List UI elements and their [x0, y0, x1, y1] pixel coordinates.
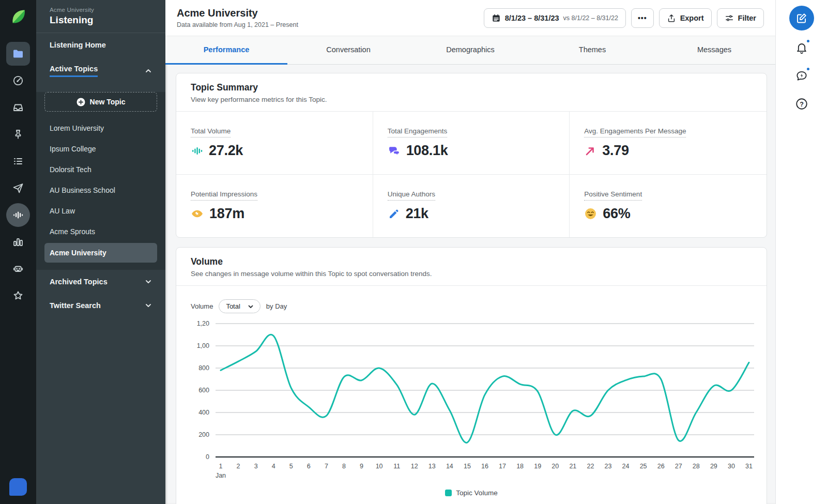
- svg-text:25: 25: [640, 463, 647, 470]
- topic-item[interactable]: AU Law: [36, 201, 165, 221]
- export-button[interactable]: Export: [659, 8, 712, 28]
- metric-label[interactable]: Potential Impressions: [191, 190, 257, 201]
- date-range-button[interactable]: 8/1/23 – 8/31/23 vs 8/1/22 – 8/31/22: [484, 8, 626, 28]
- svg-text:18: 18: [516, 463, 524, 470]
- bar-chart-icon[interactable]: [6, 230, 30, 254]
- feedback-bubble-icon: [795, 69, 808, 83]
- folder-icon[interactable]: [6, 42, 30, 66]
- svg-text:20: 20: [552, 463, 559, 470]
- topic-item[interactable]: Acme Sprouts: [36, 221, 165, 242]
- svg-text:27: 27: [675, 463, 682, 470]
- paper-plane-icon[interactable]: [6, 176, 30, 200]
- svg-text:1,20: 1,20: [197, 320, 209, 327]
- svg-text:10: 10: [376, 463, 383, 470]
- metric-value: 27.2k: [209, 143, 243, 159]
- volume-by-day-label: by Day: [266, 302, 287, 310]
- sidebar-item-archived-topics[interactable]: Archived Topics: [36, 270, 165, 294]
- svg-text:16: 16: [481, 463, 488, 470]
- twitter-search-label: Twitter Search: [50, 301, 101, 310]
- svg-text:22: 22: [587, 463, 594, 470]
- svg-text:600: 600: [198, 387, 209, 394]
- filter-label: Filter: [738, 14, 756, 22]
- svg-text:15: 15: [464, 463, 471, 470]
- pin-icon[interactable]: [6, 123, 30, 146]
- svg-text:29: 29: [710, 463, 717, 470]
- compose-pencil-icon: [795, 12, 808, 24]
- metric-label[interactable]: Unique Authors: [388, 190, 435, 201]
- svg-text:Jan: Jan: [216, 472, 226, 479]
- volume-card: Volume See changes in message volume wit…: [176, 247, 767, 504]
- eye-icon: [191, 207, 204, 220]
- calendar-icon: [492, 13, 501, 23]
- bell-icon: [795, 41, 808, 55]
- svg-text:14: 14: [446, 463, 453, 470]
- help-icon: ?: [795, 97, 808, 111]
- metric-label[interactable]: Total Engagements: [388, 127, 448, 138]
- listening-waveform-icon[interactable]: [6, 203, 30, 227]
- svg-text:800: 800: [198, 364, 209, 372]
- export-label: Export: [680, 14, 704, 22]
- tab-themes[interactable]: Themes: [531, 36, 653, 65]
- filter-button[interactable]: Filter: [717, 8, 764, 28]
- volume-control-label: Volume: [191, 302, 213, 310]
- more-options-button[interactable]: •••: [631, 8, 654, 28]
- svg-text:?: ?: [800, 101, 804, 108]
- notifications-bell[interactable]: [791, 38, 812, 58]
- svg-text:24: 24: [622, 463, 630, 470]
- metric-positive-sentiment: Positive Sentiment 66%: [570, 175, 767, 237]
- topic-item[interactable]: Lorem University: [36, 118, 165, 139]
- new-topic-label: New Topic: [90, 98, 126, 106]
- topic-item[interactable]: AU Business School: [36, 180, 165, 201]
- star-icon[interactable]: [6, 284, 30, 308]
- svg-text:30: 30: [728, 463, 735, 470]
- svg-text:8: 8: [342, 463, 346, 470]
- page-header: Acme University Data available from Aug …: [165, 0, 775, 36]
- tab-performance[interactable]: Performance: [165, 36, 287, 65]
- plus-circle-icon: [76, 98, 85, 106]
- feedback-bubble[interactable]: [791, 66, 812, 86]
- sidebar-item-listening-home[interactable]: Listening Home: [36, 33, 165, 57]
- metric-label[interactable]: Avg. Engagements Per Message: [584, 127, 686, 138]
- sidebar-item-twitter-search[interactable]: Twitter Search: [36, 294, 165, 317]
- volume-metric-select[interactable]: Total: [219, 299, 260, 313]
- svg-text:23: 23: [605, 463, 612, 470]
- new-topic-button[interactable]: New Topic: [44, 92, 157, 112]
- chevron-down-icon: [145, 302, 152, 309]
- sprout-leaf-logo[interactable]: [8, 7, 28, 27]
- svg-text:11: 11: [393, 463, 400, 470]
- notification-dot: [806, 67, 810, 71]
- svg-text:6: 6: [307, 463, 311, 470]
- filter-sliders-icon: [725, 13, 734, 23]
- topic-item[interactable]: Ipsum College: [36, 139, 165, 159]
- metric-label[interactable]: Positive Sentiment: [584, 190, 642, 201]
- topic-item-selected[interactable]: Acme University: [44, 243, 157, 263]
- metric-value: 21k: [406, 206, 428, 222]
- legend-swatch: [445, 490, 452, 496]
- tab-conversation[interactable]: Conversation: [287, 36, 409, 65]
- volume-title: Volume: [191, 256, 752, 267]
- svg-text:31: 31: [745, 463, 753, 470]
- select-chevron-icon: [248, 303, 254, 310]
- tab-messages[interactable]: Messages: [653, 36, 775, 65]
- svg-text:7: 7: [325, 463, 328, 470]
- svg-text:26: 26: [657, 463, 665, 470]
- help-button[interactable]: ?: [791, 94, 812, 114]
- topic-item[interactable]: Dolorsit Tech: [36, 159, 165, 180]
- compass-icon[interactable]: [6, 69, 30, 93]
- svg-text:4: 4: [272, 463, 275, 470]
- avatar[interactable]: [9, 478, 27, 496]
- tab-demographics[interactable]: Demographics: [409, 36, 531, 65]
- svg-text:5: 5: [289, 463, 293, 470]
- main-content: Acme University Data available from Aug …: [165, 0, 775, 504]
- tasks-icon[interactable]: [6, 149, 30, 173]
- inbox-icon[interactable]: [6, 96, 30, 119]
- svg-text:21: 21: [569, 463, 576, 470]
- chat-bubbles-icon: [388, 144, 401, 157]
- listening-sidebar: Acme University Listening Listening Home…: [36, 0, 165, 504]
- robot-icon[interactable]: [6, 257, 30, 281]
- compose-button[interactable]: [789, 6, 814, 30]
- metric-label[interactable]: Total Volume: [191, 127, 231, 138]
- sidebar-item-active-topics[interactable]: Active Topics: [36, 57, 165, 85]
- svg-text:3: 3: [254, 463, 258, 470]
- right-utility-rail: ?: [775, 0, 827, 504]
